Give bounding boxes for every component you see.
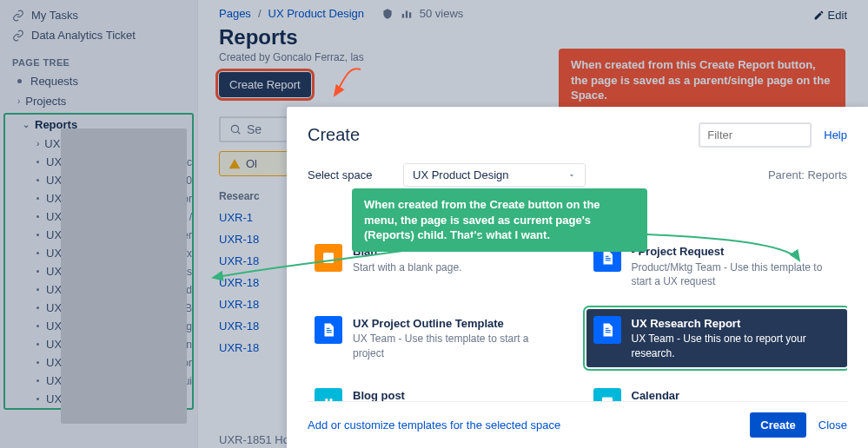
modal-title: Create (308, 125, 360, 145)
svg-rect-9 (327, 332, 332, 333)
svg-rect-15 (602, 398, 613, 400)
template-icon (593, 388, 621, 401)
template-blog-post[interactable]: Blog postShare news and announcements wi… (308, 381, 569, 401)
template-ux-project-outline-template[interactable]: UX Project Outline TemplateUX Team - Use… (308, 309, 569, 367)
modal-create-button[interactable]: Create (750, 412, 805, 438)
svg-rect-6 (605, 260, 610, 260)
template-icon (315, 244, 342, 272)
svg-rect-11 (605, 330, 610, 331)
svg-rect-4 (323, 253, 334, 263)
svg-rect-5 (605, 258, 610, 259)
svg-rect-12 (605, 332, 610, 333)
svg-rect-8 (327, 330, 332, 331)
filter-input[interactable] (699, 122, 812, 148)
svg-rect-13 (605, 328, 608, 329)
template-icon (315, 316, 342, 344)
template-calendar[interactable]: CalendarTrack leave, meetings, releases,… (586, 381, 848, 401)
create-modal: Create Help Select space UX Product Desi… (287, 107, 868, 448)
parent-label: Parent: Reports (768, 168, 847, 181)
svg-rect-10 (327, 328, 330, 329)
annotation-green: When created from the Create button on t… (352, 188, 647, 252)
space-select[interactable]: UX Product Design (403, 163, 586, 187)
help-link[interactable]: Help (824, 128, 847, 142)
modal-close-button[interactable]: Close (818, 418, 847, 432)
template-ux-research-report[interactable]: UX Research ReportUX Team - Use this one… (586, 309, 848, 367)
svg-rect-7 (605, 256, 608, 257)
add-templates-link[interactable]: Add or customize templates for the selec… (308, 418, 560, 432)
template-icon (315, 388, 342, 401)
template-icon (593, 316, 621, 344)
select-space-label: Select space (308, 168, 403, 181)
chevron-down-icon (567, 171, 576, 180)
